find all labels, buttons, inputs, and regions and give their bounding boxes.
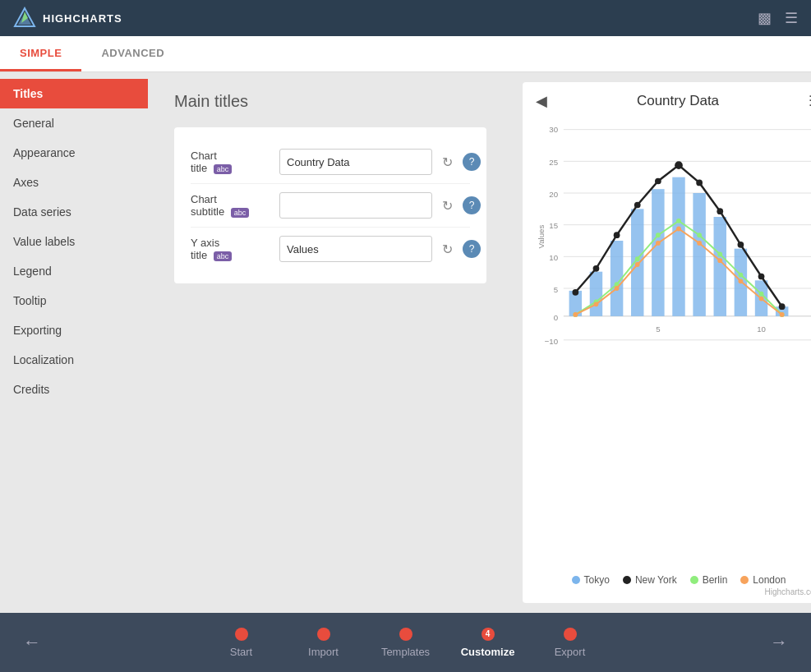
svg-point-34 — [634, 202, 641, 209]
y-axis-title-reset-button[interactable]: ↻ — [439, 240, 456, 259]
step-start-label[interactable]: Start — [230, 646, 252, 658]
legend-newyork-color — [623, 576, 631, 584]
svg-text:10: 10 — [757, 324, 766, 334]
svg-point-57 — [656, 241, 661, 246]
sidebar-item-localization[interactable]: Localization — [0, 345, 148, 375]
sidebar-item-tooltip[interactable]: Tooltip — [0, 286, 148, 315]
chart-header: ◀ Country Data ☰ — [536, 92, 811, 110]
abc-badge-subtitle: abc — [231, 208, 250, 218]
tab-advanced[interactable]: ADVANCED — [81, 36, 184, 71]
step-export-label[interactable]: Export — [555, 646, 586, 658]
chart-title-display: Country Data — [547, 93, 809, 109]
svg-rect-25 — [672, 177, 684, 316]
chart-title-input[interactable] — [279, 149, 432, 175]
abc-badge-title: abc — [214, 164, 233, 174]
chart-subtitle-help-button[interactable]: ? — [463, 196, 481, 214]
chart-icon[interactable]: ▩ — [758, 9, 772, 27]
y-axis-title-input[interactable] — [279, 236, 432, 262]
svg-point-50 — [739, 273, 744, 278]
svg-point-54 — [594, 301, 599, 306]
sidebar-item-credits[interactable]: Credits — [0, 375, 148, 404]
chart-subtitle-label: Chartsubtitle abc — [191, 193, 273, 218]
sidebar-item-data-series[interactable]: Data series — [0, 197, 148, 227]
navbar-actions: ▩ ☰ — [758, 9, 798, 27]
svg-point-41 — [779, 303, 786, 310]
chart-subtitle-input[interactable] — [279, 192, 432, 219]
svg-point-45 — [635, 256, 640, 261]
svg-point-49 — [717, 252, 722, 257]
sidebar-item-general[interactable]: General — [0, 108, 148, 138]
legend-berlin: Berlin — [690, 574, 728, 586]
chart-subtitle-reset-button[interactable]: ↻ — [439, 196, 456, 215]
sidebar-item-legend[interactable]: Legend — [0, 256, 148, 286]
svg-point-32 — [593, 265, 600, 272]
logo-text: HIGHCHARTS — [43, 12, 122, 25]
titles-form: Charttitle abc ↻ ? Chartsubtitle abc ↻ ?… — [174, 127, 486, 283]
sidebar: Titles General Appearance Axes Data seri… — [0, 72, 148, 613]
step-templates-label[interactable]: Templates — [381, 646, 430, 658]
svg-point-62 — [759, 297, 764, 301]
svg-text:20: 20 — [549, 190, 558, 199]
y-axis-title-help-button[interactable]: ? — [463, 240, 481, 258]
svg-point-47 — [676, 219, 681, 223]
svg-point-46 — [656, 232, 661, 237]
svg-point-60 — [717, 258, 722, 263]
svg-point-56 — [635, 262, 640, 267]
svg-point-59 — [697, 241, 702, 246]
sidebar-item-exporting[interactable]: Exporting — [0, 315, 148, 345]
navbar: HIGHCHARTS ▩ ☰ — [0, 0, 811, 36]
step-customize-dot: 4 — [482, 628, 495, 641]
tab-simple[interactable]: SIMPLE — [0, 36, 81, 71]
svg-point-48 — [697, 232, 702, 237]
sidebar-item-axes[interactable]: Axes — [0, 168, 148, 197]
svg-text:10: 10 — [549, 253, 558, 262]
svg-rect-21 — [590, 272, 602, 316]
step-export: Export — [529, 628, 611, 658]
tab-bar: SIMPLE ADVANCED — [0, 36, 811, 72]
chart-title-help-button[interactable]: ? — [463, 153, 481, 171]
sidebar-item-titles[interactable]: Titles — [0, 79, 148, 108]
chart-title-reset-button[interactable]: ↻ — [439, 153, 456, 172]
svg-rect-27 — [714, 217, 726, 316]
svg-text:30: 30 — [549, 125, 558, 134]
menu-icon[interactable]: ☰ — [785, 9, 798, 27]
legend-london-label: London — [753, 574, 786, 586]
bottom-nav: ← Start Import Templates 4 Customize Exp… — [0, 613, 811, 672]
step-templates-dot — [399, 628, 412, 641]
svg-rect-24 — [652, 189, 664, 316]
chart-svg: 30 25 20 15 10 5 0 −10 Values — [536, 113, 811, 368]
abc-badge-yaxis: abc — [214, 251, 233, 261]
steps-container: Start Import Templates 4 Customize Expor… — [51, 628, 760, 658]
svg-point-53 — [573, 312, 578, 317]
next-button[interactable]: → — [760, 625, 798, 660]
svg-point-58 — [676, 227, 681, 232]
step-customize-label[interactable]: Customize — [461, 646, 515, 658]
chart-title-row: Charttitle abc ↻ ? — [191, 140, 470, 184]
legend-tokyo-color — [572, 576, 580, 584]
svg-point-63 — [780, 312, 785, 317]
step-start: Start — [200, 628, 283, 658]
svg-text:15: 15 — [549, 222, 558, 231]
svg-point-36 — [675, 161, 683, 169]
svg-point-37 — [696, 180, 703, 186]
legend-newyork-label: New York — [635, 574, 677, 586]
svg-point-39 — [738, 242, 744, 248]
sidebar-item-appearance[interactable]: Appearance — [0, 138, 148, 168]
svg-point-40 — [758, 274, 765, 280]
legend-london: London — [740, 574, 786, 586]
chart-back-button[interactable]: ◀ — [536, 92, 547, 110]
svg-point-33 — [614, 232, 620, 238]
step-customize: 4 Customize — [447, 628, 529, 658]
svg-point-38 — [717, 208, 723, 214]
legend-berlin-color — [690, 576, 698, 584]
sidebar-item-value-labels[interactable]: Value labels — [0, 227, 148, 256]
legend-tokyo: Tokyo — [572, 574, 610, 586]
y-axis-title-label: Y axistitle abc — [191, 237, 273, 261]
chart-title-label: Charttitle abc — [191, 150, 273, 174]
y-axis-title-row: Y axistitle abc ↻ ? — [191, 228, 470, 270]
chart-area: 30 25 20 15 10 5 0 −10 Values — [536, 113, 811, 569]
step-import-label[interactable]: Import — [308, 646, 339, 658]
prev-button[interactable]: ← — [13, 625, 51, 660]
step-export-dot — [564, 628, 577, 641]
chart-panel: ◀ Country Data ☰ 30 25 20 15 10 5 0 −10 … — [523, 82, 811, 603]
